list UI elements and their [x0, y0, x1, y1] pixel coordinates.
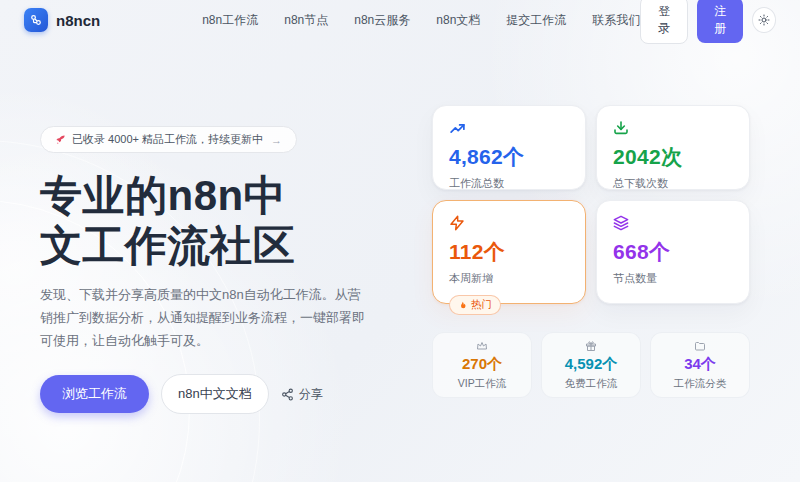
stat-card-total-workflows[interactable]: 4,862个 工作流总数: [432, 105, 586, 190]
gift-icon: [585, 339, 597, 352]
stat-card-new-this-week[interactable]: 112个 本周新增 热门: [432, 200, 586, 304]
logo[interactable]: n8ncn: [24, 8, 100, 32]
nav-item-workflows[interactable]: n8n工作流: [202, 12, 258, 29]
login-button[interactable]: 登录: [640, 0, 688, 44]
nav-item-docs[interactable]: n8n文档: [436, 12, 480, 29]
docs-button[interactable]: n8n中文文档: [161, 374, 269, 414]
mini-value: 34个: [684, 355, 716, 374]
folder-icon: [694, 339, 706, 352]
hero-section: 已收录 4000+ 精品工作流，持续更新中 → 专业的n8n中 文工作流社区 发…: [40, 126, 380, 414]
rocket-icon: [55, 134, 66, 145]
mini-label: VIP工作流: [458, 377, 506, 391]
crown-icon: [476, 339, 488, 352]
mini-card-workflow-categories[interactable]: 34个 工作流分类: [650, 332, 750, 398]
page-title-line2: 文工作流社区: [40, 222, 295, 269]
hot-badge-label: 热门: [471, 298, 492, 312]
trending-up-icon: [449, 119, 569, 137]
hero-description: 发现、下载并分享高质量的中文n8n自动化工作流。从营销推广到数据分析，从通知提醒…: [40, 284, 372, 352]
navbar: n8ncn n8n工作流 n8n节点 n8n云服务 n8n文档 提交工作流 联系…: [0, 0, 800, 40]
stat-card-total-downloads[interactable]: 2042次 总下载次数: [596, 105, 750, 190]
stats-grid: 4,862个 工作流总数 2042次 总下载次数 112个 本周新增: [432, 105, 750, 304]
nav-item-nodes[interactable]: n8n节点: [284, 12, 328, 29]
share-button[interactable]: 分享: [281, 386, 323, 403]
theme-toggle-button[interactable]: [752, 7, 776, 33]
stat-value: 4,862个: [449, 143, 569, 171]
stat-card-node-count[interactable]: 668个 节点数量: [596, 200, 750, 304]
brand-name: n8ncn: [56, 12, 100, 29]
stat-label: 节点数量: [613, 271, 733, 286]
logo-nodes-icon: [24, 8, 48, 32]
share-button-label: 分享: [299, 386, 323, 403]
mini-stats-row: 270个 VIP工作流 4,592个 免费工作流 34个 工作流分类: [432, 332, 750, 398]
register-button[interactable]: 注册: [697, 0, 743, 43]
stat-label: 工作流总数: [449, 176, 569, 191]
stat-value: 2042次: [613, 143, 733, 171]
mini-label: 工作流分类: [674, 377, 727, 391]
mini-card-vip-workflows[interactable]: 270个 VIP工作流: [432, 332, 532, 398]
mini-value: 270个: [462, 355, 502, 374]
nav-item-submit[interactable]: 提交工作流: [506, 12, 566, 29]
page-title: 专业的n8n中 文工作流社区: [40, 171, 380, 270]
mini-value: 4,592个: [565, 355, 618, 374]
hero-announcement-badge[interactable]: 已收录 4000+ 精品工作流，持续更新中 →: [40, 126, 297, 153]
zap-icon: [449, 214, 569, 232]
navbar-actions: 登录 注册: [640, 0, 776, 44]
stat-label: 总下载次数: [613, 176, 733, 191]
stats-panel: 4,862个 工作流总数 2042次 总下载次数 112个 本周新增: [432, 105, 750, 398]
layers-icon: [613, 214, 733, 232]
share-nodes-icon: [281, 388, 294, 401]
hot-badge: 热门: [449, 295, 501, 315]
nav-item-contact[interactable]: 联系我们: [592, 12, 640, 29]
hero-actions: 浏览工作流 n8n中文文档 分享: [40, 374, 380, 414]
hero-badge-text: 已收录 4000+ 精品工作流，持续更新中: [72, 132, 263, 147]
arrow-right-icon: →: [271, 134, 282, 146]
page-title-line1: 专业的n8n中: [40, 172, 286, 219]
flame-icon: [458, 300, 467, 311]
stat-label: 本周新增: [449, 271, 569, 286]
stat-value: 112个: [449, 238, 569, 266]
mini-card-free-workflows[interactable]: 4,592个 免费工作流: [541, 332, 641, 398]
main-nav: n8n工作流 n8n节点 n8n云服务 n8n文档 提交工作流 联系我们: [202, 12, 640, 29]
download-icon: [613, 119, 733, 137]
browse-workflows-button[interactable]: 浏览工作流: [40, 375, 149, 413]
stat-value: 668个: [613, 238, 733, 266]
sun-icon: [758, 14, 770, 26]
nav-item-cloud[interactable]: n8n云服务: [354, 12, 410, 29]
mini-label: 免费工作流: [565, 377, 618, 391]
